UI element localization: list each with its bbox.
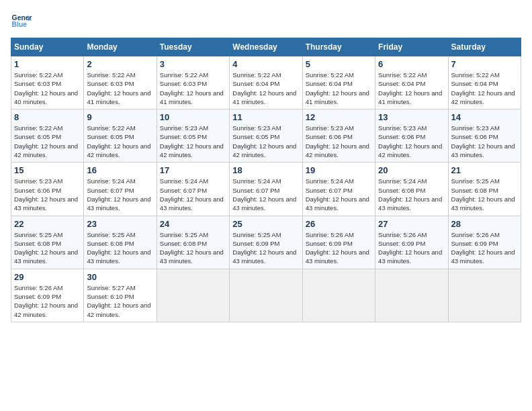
calendar-week-3: 15Sunrise: 5:23 AMSunset: 6:06 PMDayligh… <box>11 163 521 216</box>
calendar-day-8: 8Sunrise: 5:22 AMSunset: 6:05 PMDaylight… <box>11 109 84 163</box>
day-number: 26 <box>306 219 372 229</box>
calendar-day-30: 30Sunrise: 5:27 AMSunset: 6:10 PMDayligh… <box>84 269 157 322</box>
header-wednesday: Wednesday <box>230 38 302 56</box>
day-info: Sunrise: 5:27 AMSunset: 6:10 PMDaylight:… <box>87 283 153 319</box>
day-number: 20 <box>378 165 445 175</box>
day-number: 25 <box>232 219 299 229</box>
day-info: Sunrise: 5:24 AMSunset: 6:07 PMDaylight:… <box>160 177 226 212</box>
day-info: Sunrise: 5:24 AMSunset: 6:07 PMDaylight:… <box>232 177 299 212</box>
empty-cell <box>302 269 375 322</box>
calendar-week-1: 1Sunrise: 5:22 AMSunset: 6:03 PMDaylight… <box>11 56 521 109</box>
day-info: Sunrise: 5:22 AMSunset: 6:05 PMDaylight:… <box>14 124 81 159</box>
day-number: 11 <box>232 112 299 122</box>
header-friday: Friday <box>375 38 448 56</box>
calendar-day-6: 6Sunrise: 5:22 AMSunset: 6:04 PMDaylight… <box>375 56 448 109</box>
day-number: 29 <box>14 272 81 282</box>
calendar-day-28: 28Sunrise: 5:26 AMSunset: 6:09 PMDayligh… <box>448 216 521 269</box>
header-tuesday: Tuesday <box>157 38 229 56</box>
day-number: 24 <box>160 219 226 229</box>
day-info: Sunrise: 5:23 AMSunset: 6:06 PMDaylight:… <box>306 124 372 159</box>
calendar-day-16: 16Sunrise: 5:24 AMSunset: 6:07 PMDayligh… <box>84 163 157 216</box>
calendar-day-24: 24Sunrise: 5:25 AMSunset: 6:08 PMDayligh… <box>157 216 229 269</box>
day-info: Sunrise: 5:22 AMSunset: 6:03 PMDaylight:… <box>160 71 226 106</box>
day-info: Sunrise: 5:24 AMSunset: 6:08 PMDaylight:… <box>378 177 445 212</box>
day-info: Sunrise: 5:22 AMSunset: 6:04 PMDaylight:… <box>378 71 445 106</box>
header-monday: Monday <box>84 38 157 56</box>
header-thursday: Thursday <box>302 38 375 56</box>
day-info: Sunrise: 5:26 AMSunset: 6:09 PMDaylight:… <box>451 230 518 266</box>
calendar-day-2: 2Sunrise: 5:22 AMSunset: 6:03 PMDaylight… <box>84 56 157 109</box>
calendar-week-4: 22Sunrise: 5:25 AMSunset: 6:08 PMDayligh… <box>11 216 521 269</box>
empty-cell <box>448 269 521 322</box>
day-number: 12 <box>306 112 372 122</box>
calendar-day-4: 4Sunrise: 5:22 AMSunset: 6:04 PMDaylight… <box>230 56 302 109</box>
day-info: Sunrise: 5:25 AMSunset: 6:08 PMDaylight:… <box>14 230 81 266</box>
day-number: 7 <box>451 59 518 69</box>
day-number: 15 <box>14 165 81 175</box>
day-info: Sunrise: 5:25 AMSunset: 6:08 PMDaylight:… <box>451 177 518 212</box>
day-number: 4 <box>232 59 299 69</box>
calendar-header-row: SundayMondayTuesdayWednesdayThursdayFrid… <box>11 38 521 56</box>
day-info: Sunrise: 5:22 AMSunset: 6:04 PMDaylight:… <box>451 71 518 106</box>
day-number: 13 <box>378 112 445 122</box>
calendar-day-27: 27Sunrise: 5:26 AMSunset: 6:09 PMDayligh… <box>375 216 448 269</box>
day-info: Sunrise: 5:24 AMSunset: 6:07 PMDaylight:… <box>306 177 372 212</box>
calendar-day-13: 13Sunrise: 5:23 AMSunset: 6:06 PMDayligh… <box>375 109 448 163</box>
calendar-day-15: 15Sunrise: 5:23 AMSunset: 6:06 PMDayligh… <box>11 163 84 216</box>
day-number: 10 <box>160 112 226 122</box>
day-info: Sunrise: 5:23 AMSunset: 6:06 PMDaylight:… <box>14 177 81 212</box>
day-number: 21 <box>451 165 518 175</box>
day-info: Sunrise: 5:23 AMSunset: 6:06 PMDaylight:… <box>451 124 518 159</box>
calendar-table: SundayMondayTuesdayWednesdayThursdayFrid… <box>11 38 521 322</box>
day-number: 18 <box>232 165 299 175</box>
svg-text:Blue: Blue <box>12 21 28 28</box>
calendar-day-9: 9Sunrise: 5:22 AMSunset: 6:05 PMDaylight… <box>84 109 157 163</box>
day-info: Sunrise: 5:23 AMSunset: 6:05 PMDaylight:… <box>160 124 226 159</box>
day-number: 16 <box>87 165 153 175</box>
day-number: 2 <box>87 59 153 69</box>
empty-cell <box>375 269 448 322</box>
day-number: 3 <box>160 59 226 69</box>
calendar-day-25: 25Sunrise: 5:25 AMSunset: 6:09 PMDayligh… <box>230 216 302 269</box>
day-number: 27 <box>378 219 445 229</box>
day-number: 14 <box>451 112 518 122</box>
calendar-day-23: 23Sunrise: 5:25 AMSunset: 6:08 PMDayligh… <box>84 216 157 269</box>
calendar-day-26: 26Sunrise: 5:26 AMSunset: 6:09 PMDayligh… <box>302 216 375 269</box>
empty-cell <box>230 269 302 322</box>
header-sunday: Sunday <box>11 38 84 56</box>
day-info: Sunrise: 5:25 AMSunset: 6:09 PMDaylight:… <box>232 230 299 266</box>
day-number: 5 <box>306 59 372 69</box>
calendar-day-29: 29Sunrise: 5:26 AMSunset: 6:09 PMDayligh… <box>11 269 84 322</box>
calendar-day-3: 3Sunrise: 5:22 AMSunset: 6:03 PMDaylight… <box>157 56 229 109</box>
day-number: 17 <box>160 165 226 175</box>
calendar-day-19: 19Sunrise: 5:24 AMSunset: 6:07 PMDayligh… <box>302 163 375 216</box>
day-info: Sunrise: 5:22 AMSunset: 6:04 PMDaylight:… <box>306 71 372 106</box>
calendar-week-2: 8Sunrise: 5:22 AMSunset: 6:05 PMDaylight… <box>11 109 521 163</box>
day-info: Sunrise: 5:22 AMSunset: 6:04 PMDaylight:… <box>232 71 299 106</box>
day-number: 23 <box>87 219 153 229</box>
calendar-day-12: 12Sunrise: 5:23 AMSunset: 6:06 PMDayligh… <box>302 109 375 163</box>
day-number: 28 <box>451 219 518 229</box>
day-info: Sunrise: 5:25 AMSunset: 6:08 PMDaylight:… <box>160 230 226 266</box>
day-info: Sunrise: 5:26 AMSunset: 6:09 PMDaylight:… <box>306 230 372 266</box>
day-info: Sunrise: 5:22 AMSunset: 6:03 PMDaylight:… <box>14 71 81 106</box>
day-info: Sunrise: 5:26 AMSunset: 6:09 PMDaylight:… <box>14 283 81 319</box>
day-info: Sunrise: 5:23 AMSunset: 6:05 PMDaylight:… <box>232 124 299 159</box>
day-info: Sunrise: 5:22 AMSunset: 6:03 PMDaylight:… <box>87 71 153 106</box>
calendar-day-11: 11Sunrise: 5:23 AMSunset: 6:05 PMDayligh… <box>230 109 302 163</box>
calendar-day-14: 14Sunrise: 5:23 AMSunset: 6:06 PMDayligh… <box>448 109 521 163</box>
day-number: 6 <box>378 59 445 69</box>
calendar-day-1: 1Sunrise: 5:22 AMSunset: 6:03 PMDaylight… <box>11 56 84 109</box>
calendar-day-10: 10Sunrise: 5:23 AMSunset: 6:05 PMDayligh… <box>157 109 229 163</box>
calendar-day-7: 7Sunrise: 5:22 AMSunset: 6:04 PMDaylight… <box>448 56 521 109</box>
day-number: 9 <box>87 112 153 122</box>
calendar-day-22: 22Sunrise: 5:25 AMSunset: 6:08 PMDayligh… <box>11 216 84 269</box>
day-info: Sunrise: 5:25 AMSunset: 6:08 PMDaylight:… <box>87 230 153 266</box>
calendar-day-18: 18Sunrise: 5:24 AMSunset: 6:07 PMDayligh… <box>230 163 302 216</box>
calendar-day-5: 5Sunrise: 5:22 AMSunset: 6:04 PMDaylight… <box>302 56 375 109</box>
header: General Blue <box>11 11 521 32</box>
day-number: 22 <box>14 219 81 229</box>
day-info: Sunrise: 5:23 AMSunset: 6:06 PMDaylight:… <box>378 124 445 159</box>
day-info: Sunrise: 5:24 AMSunset: 6:07 PMDaylight:… <box>87 177 153 212</box>
logo-icon: General Blue <box>11 11 32 32</box>
